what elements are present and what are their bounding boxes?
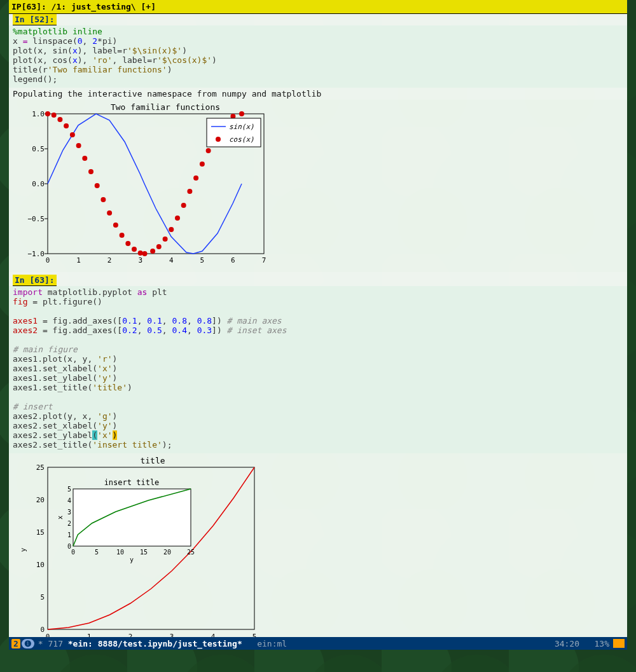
- svg-point-39: [169, 227, 174, 232]
- svg-point-41: [181, 203, 186, 208]
- svg-point-19: [45, 111, 50, 116]
- svg-point-34: [138, 250, 143, 256]
- svg-text:7: 7: [262, 256, 266, 264]
- buffer-name: *ein: 8888/test.ipynb/just_testing*: [68, 639, 242, 648]
- svg-point-44: [200, 161, 205, 167]
- svg-point-30: [113, 223, 118, 228]
- svg-text:6: 6: [231, 256, 235, 264]
- major-mode: ein:ml: [257, 639, 287, 648]
- svg-point-54: [216, 137, 221, 142]
- svg-point-23: [70, 132, 75, 137]
- modeline-end-icon: [613, 639, 625, 648]
- svg-text:0: 0: [40, 626, 45, 634]
- svg-point-32: [125, 241, 130, 246]
- svg-point-25: [82, 156, 87, 161]
- svg-text:2: 2: [107, 256, 112, 264]
- svg-point-33: [132, 247, 137, 252]
- window-number: ❶: [22, 639, 34, 648]
- svg-text:0.5: 0.5: [32, 145, 45, 153]
- plot-output-52: Two familiar functions 1.0 0.5 0.0 −0.5 …: [9, 100, 627, 272]
- code-area-52[interactable]: %matplotlib inline x = linspace(0, 2*pi)…: [9, 25, 627, 88]
- workspace-badge: 2: [11, 639, 20, 648]
- svg-text:0: 0: [46, 256, 50, 264]
- svg-rect-71: [73, 489, 191, 546]
- svg-text:15: 15: [140, 549, 148, 556]
- chart2-title: title: [140, 456, 165, 465]
- svg-text:5: 5: [67, 486, 71, 493]
- cell-63: In [63]: import matplotlib.pyplot as plt…: [9, 275, 627, 650]
- svg-text:3: 3: [138, 256, 142, 264]
- svg-text:4: 4: [67, 497, 71, 504]
- svg-point-31: [120, 233, 125, 238]
- chart1-title: Two familiar functions: [111, 102, 220, 112]
- svg-point-37: [156, 244, 162, 249]
- code-area-63[interactable]: import matplotlib.pyplot as plt fig = pl…: [9, 286, 627, 453]
- svg-point-29: [107, 210, 112, 216]
- svg-text:y: y: [19, 547, 27, 552]
- svg-point-21: [57, 117, 62, 122]
- svg-point-38: [163, 237, 168, 242]
- svg-text:20: 20: [163, 549, 171, 556]
- modified-indicator: *: [38, 639, 43, 648]
- svg-text:1.0: 1.0: [32, 110, 45, 118]
- cursor: ): [113, 430, 118, 440]
- svg-text:sin(x): sin(x): [229, 123, 254, 131]
- svg-text:1: 1: [67, 531, 71, 538]
- svg-point-22: [64, 123, 69, 128]
- svg-text:cos(x): cos(x): [229, 135, 254, 144]
- cell-52: In [52]: %matplotlib inline x = linspace…: [9, 14, 627, 272]
- mode-line: 2 ❶ * 717 *ein: 8888/test.ipynb/just_tes…: [9, 637, 627, 650]
- svg-text:5: 5: [40, 593, 45, 601]
- svg-point-27: [95, 183, 100, 188]
- svg-text:insert title: insert title: [104, 478, 160, 487]
- svg-text:0: 0: [71, 549, 75, 556]
- line-col: 34:20: [555, 639, 579, 648]
- svg-point-26: [88, 169, 93, 174]
- svg-text:10: 10: [116, 549, 124, 556]
- svg-text:−1.0: −1.0: [28, 250, 45, 258]
- svg-text:25: 25: [36, 463, 45, 472]
- buffer-size: 717: [48, 639, 62, 648]
- svg-text:10: 10: [36, 561, 45, 569]
- svg-text:5: 5: [95, 549, 99, 556]
- in-prompt-52: In [52]:: [13, 14, 57, 25]
- matching-paren: (: [92, 430, 97, 440]
- svg-text:3: 3: [67, 509, 71, 516]
- svg-text:y: y: [130, 556, 134, 563]
- svg-point-20: [52, 113, 57, 118]
- svg-point-40: [175, 216, 180, 221]
- plot-output-63: title 252015 1050 012 345 x y: [9, 453, 627, 650]
- svg-point-36: [150, 249, 155, 254]
- in-prompt-63: In [63]:: [13, 275, 57, 286]
- svg-text:2: 2: [67, 520, 71, 527]
- svg-point-35: [142, 251, 148, 256]
- svg-text:4: 4: [169, 256, 174, 264]
- svg-text:−0.5: −0.5: [28, 215, 45, 223]
- svg-point-50: [239, 111, 244, 116]
- svg-text:20: 20: [36, 496, 45, 504]
- svg-point-43: [193, 175, 198, 181]
- stdout-52: Populating the interactive namespace fro…: [9, 88, 627, 100]
- svg-text:x: x: [57, 516, 64, 519]
- svg-text:25: 25: [187, 549, 195, 556]
- inset-chart: insert title 543 210 0510 152025 y x: [57, 478, 195, 563]
- svg-point-28: [100, 197, 106, 202]
- svg-point-45: [206, 148, 211, 153]
- svg-point-42: [187, 189, 192, 194]
- notebook-content[interactable]: In [52]: %matplotlib inline x = linspace…: [9, 14, 627, 650]
- scroll-percent: 13%: [595, 639, 609, 648]
- title-bar: IP[63]: /1: just_testing\ [+]: [9, 0, 627, 14]
- chart1-legend: sin(x) cos(x): [207, 118, 261, 147]
- svg-text:0.0: 0.0: [32, 180, 45, 188]
- svg-text:5: 5: [200, 256, 205, 264]
- editor-frame: IP[63]: /1: just_testing\ [+] In [52]: %…: [9, 0, 627, 650]
- svg-point-24: [76, 143, 81, 148]
- svg-text:1: 1: [76, 256, 81, 264]
- svg-text:15: 15: [36, 528, 45, 537]
